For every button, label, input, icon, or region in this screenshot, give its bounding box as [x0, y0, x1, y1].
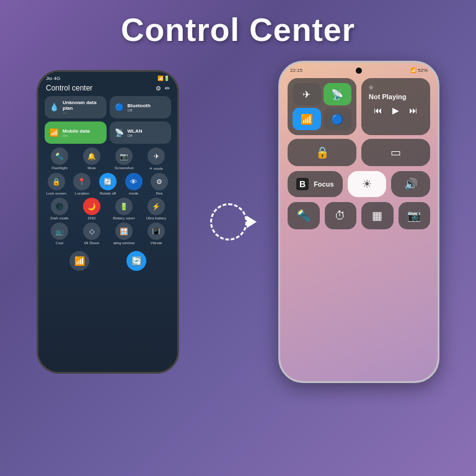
- icon-row-4: 📺 Cast ◇ Mi Share 🪟 ating window 📳 Vibra…: [38, 223, 177, 245]
- volume-tile[interactable]: 🔊: [391, 171, 430, 197]
- mobile-data-text: Mobile data On: [63, 128, 90, 138]
- lock-icon: 🔒: [48, 173, 65, 190]
- carrier-label: Jio 4G: [46, 76, 60, 81]
- flashlight-btn-right[interactable]: 🔦: [288, 202, 320, 229]
- wifi-toggle[interactable]: 📶: [293, 108, 321, 130]
- not-playing-tile: ⊕ Not Playing ⏮ ▶ ⏭: [361, 78, 430, 135]
- quad-grid: ✈ 📡 📶 🔵: [293, 83, 351, 130]
- play-btn[interactable]: ▶: [392, 105, 399, 115]
- screenshot-btn[interactable]: 📷 Screenshot: [109, 148, 139, 170]
- mobile-data-tile[interactable]: 📶 Mobile data On: [45, 121, 107, 144]
- cast-btn[interactable]: 📺 Cast: [45, 223, 74, 245]
- mute-icon: 🔔: [83, 148, 100, 165]
- flashlight-btn[interactable]: 🔦 Flashlight: [45, 148, 74, 170]
- page-title: Control Center: [0, 0, 476, 48]
- data-plan-text: Unknown data plan ---: [63, 100, 102, 115]
- right-status-icons: 📶 52%: [410, 68, 428, 73]
- bluetooth-icon: 🔵: [115, 103, 124, 112]
- right-phone-screen: 22:15 📶 52% ✈ 📡 📶 🔵 ⊕: [280, 63, 438, 381]
- battery-saver-btn[interactable]: 🔋 Battery saver: [109, 198, 139, 220]
- volume-icon: 🔊: [404, 177, 418, 191]
- prev-btn[interactable]: ⏮: [374, 105, 382, 115]
- floating-window-icon: 🪟: [115, 223, 133, 240]
- sync-btn[interactable]: 🔄: [126, 251, 146, 271]
- cc-controls-row: B Focus ☀ 🔊: [280, 171, 438, 197]
- airplane-icon: ✈: [148, 148, 165, 165]
- not-playing-header: ⊕: [369, 84, 423, 90]
- icon-row-3: 🌑 Dark mode 🌙 DND 🔋 Battery saver ⚡ Ultr…: [38, 198, 177, 220]
- brightness-tile[interactable]: ☀: [348, 171, 387, 197]
- focus-icon: B: [296, 178, 309, 190]
- left-status-bar: Jio 4G 📶🔋: [38, 72, 177, 82]
- camera-btn[interactable]: 📷: [399, 202, 431, 229]
- screenshot-icon: 📷: [115, 148, 133, 165]
- ultra-battery-icon: ⚡: [148, 198, 165, 215]
- arrow-area: [204, 203, 253, 240]
- brightness-icon: ☀: [362, 177, 372, 191]
- res-icon: ⚙: [151, 173, 168, 190]
- quad-toggles: ✈ 📡 📶 🔵: [288, 78, 356, 135]
- focus-label: Focus: [314, 180, 333, 188]
- eye-mode-btn[interactable]: 👁 mode: [122, 173, 146, 195]
- eye-icon: 👁: [125, 173, 143, 190]
- rotate-btn[interactable]: 🔄 Rotate off: [96, 173, 120, 195]
- icon-row-1: 🔦 Flashlight 🔔 Mute 📷 Screenshot ✈ ✈ mod…: [38, 148, 177, 170]
- data-plan-icon: 💧: [50, 103, 59, 112]
- data-plan-tile[interactable]: 💧 Unknown data plan ---: [45, 96, 107, 118]
- cc-bottom-row: 🔦 ⏱ ▦ 📷: [280, 202, 438, 229]
- mute-btn[interactable]: 🔔 Mute: [77, 148, 107, 170]
- wlan-text: WLAN Off: [128, 128, 143, 138]
- location-icon: 📍: [73, 173, 90, 190]
- status-icons: 📶🔋: [157, 76, 170, 81]
- settings-icon[interactable]: ⚙: [156, 85, 161, 92]
- screen-mirror-btn[interactable]: ▭: [361, 139, 430, 166]
- wifi-bottom-btn[interactable]: 📶: [69, 251, 89, 271]
- airplane-btn[interactable]: ✈ ✈ mode: [141, 148, 171, 170]
- screen-lock-btn[interactable]: 🔒: [288, 139, 356, 166]
- cc-lock-rotate-row: 🔒 ▭: [280, 139, 438, 166]
- phones-container: Jio 4G 📶🔋 Control center ⚙ ✏ 💧 Unknown d…: [0, 61, 476, 383]
- location-btn[interactable]: 📍 Location: [71, 173, 94, 195]
- wlan-tile[interactable]: 📡 WLAN Off: [110, 121, 172, 144]
- battery-saver-icon: 🔋: [115, 198, 133, 215]
- left-title-icon-area: ⚙ ✏: [156, 85, 170, 92]
- res-btn[interactable]: ⚙ Res: [148, 173, 171, 195]
- signal-toggle[interactable]: 📡: [324, 83, 352, 105]
- left-bottom-bar: 📶 🔄: [38, 247, 177, 275]
- edit-icon[interactable]: ✏: [165, 85, 170, 92]
- time-label: 22:15: [290, 68, 302, 73]
- media-controls: ⏮ ▶ ⏭: [369, 105, 423, 115]
- lock-screen-btn[interactable]: 🔒 Lock screen: [45, 173, 68, 195]
- dark-mode-icon: 🌑: [51, 198, 68, 215]
- bluetooth-toggle[interactable]: 🔵: [324, 108, 352, 130]
- dashed-circle: [210, 203, 247, 240]
- airplay-icon: ⊕: [369, 84, 374, 90]
- not-playing-label: Not Playing: [369, 93, 423, 100]
- left-phone: Jio 4G 📶🔋 Control center ⚙ ✏ 💧 Unknown d…: [37, 70, 179, 374]
- bluetooth-tile[interactable]: 🔵 Bluetooth Off: [110, 96, 172, 118]
- rotate-icon: 🔄: [99, 173, 117, 190]
- calculator-btn[interactable]: ▦: [361, 202, 394, 229]
- focus-tile[interactable]: B Focus: [288, 171, 343, 197]
- mobile-data-icon: 📶: [50, 128, 59, 137]
- left-phone-screen: Jio 4G 📶🔋 Control center ⚙ ✏ 💧 Unknown d…: [38, 72, 177, 372]
- ultra-battery-btn[interactable]: ⚡ Ultra battery: [141, 198, 171, 220]
- next-btn[interactable]: ⏭: [409, 105, 418, 115]
- cc-top-grid: ✈ 📡 📶 🔵 ⊕ Not Playing ⏮ ▶ ⏭: [280, 76, 438, 139]
- icon-row-2: 🔒 Lock screen 📍 Location 🔄 Rotate off 👁 …: [38, 173, 177, 195]
- control-center-title: Control center: [46, 84, 92, 92]
- airplane-toggle[interactable]: ✈: [293, 83, 321, 105]
- vibrate-btn[interactable]: 📳 Vibrate: [141, 223, 171, 245]
- mi-share-btn[interactable]: ◇ Mi Share: [77, 223, 107, 245]
- dark-mode-btn[interactable]: 🌑 Dark mode: [45, 198, 74, 220]
- front-camera: [356, 68, 362, 74]
- bluetooth-text: Bluetooth Off: [128, 103, 151, 112]
- dnd-icon: 🌙: [83, 198, 100, 215]
- flashlight-icon: 🔦: [51, 148, 68, 165]
- timer-btn[interactable]: ⏱: [325, 202, 357, 229]
- right-phone: 22:15 📶 52% ✈ 📡 📶 🔵 ⊕: [278, 61, 439, 383]
- dnd-btn[interactable]: 🌙 DND: [77, 198, 107, 220]
- vibrate-icon: 📳: [148, 223, 165, 240]
- left-title-bar: Control center ⚙ ✏: [38, 82, 177, 96]
- floating-window-btn[interactable]: 🪟 ating window: [109, 223, 139, 245]
